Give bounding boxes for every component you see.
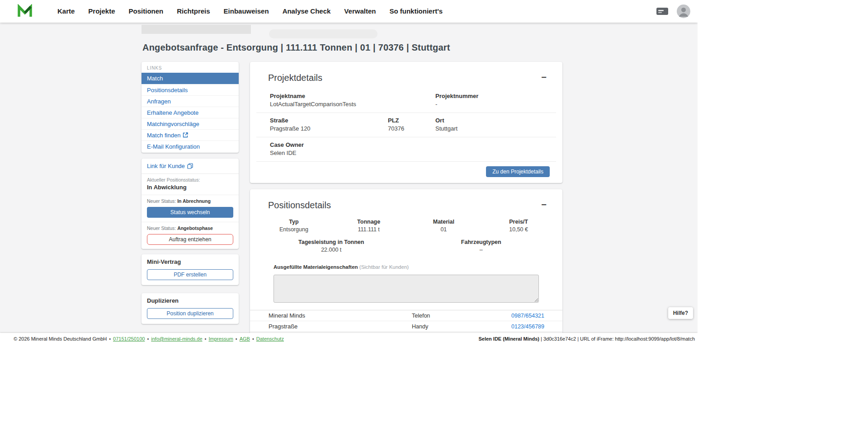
field-value: Stuttgart [435, 125, 556, 132]
material-properties-label-text: Ausgefüllte Materialeigenschaften [274, 264, 358, 270]
footer-impressum-link[interactable]: Impressum [208, 336, 233, 342]
field-label: Preis/T [481, 219, 556, 225]
position-details-card: Positionsdetails − Typ Entsorgung Tonnag… [250, 189, 562, 333]
nav-so-funktionierts[interactable]: So funktioniert's [382, 0, 449, 23]
create-pdf-button[interactable]: PDF erstellen [147, 269, 233, 280]
user-avatar[interactable] [677, 5, 690, 18]
main-column: Projektdetails − Projektname LotActualTa… [250, 62, 562, 333]
next-status-prefix: Neuer Status: [147, 225, 176, 231]
footer-iframe-info: | 3d0c316e74c2 | URL of iFrame: http://l… [539, 336, 695, 342]
project-fields: Projektname LotActualTargetComparisonTes… [256, 89, 556, 162]
field-value: Entsorgung [256, 226, 331, 233]
nav-analyse-check[interactable]: Analyse Check [276, 0, 338, 23]
copy-icon [187, 163, 193, 169]
field-label: Projektnummer [435, 93, 556, 99]
person-icon [677, 5, 690, 18]
footer-separator: • [252, 336, 254, 342]
field-value: 111.111 t [331, 226, 406, 233]
next-status-section-1: Neuer Status: In Abrechnung Status wechs… [142, 195, 239, 222]
field-plz: PLZ 70376 [388, 117, 435, 132]
field-label: Case Owner [270, 141, 435, 148]
contact-street: Pragstraße [269, 323, 412, 330]
contact-row-2: Pragstraße Handy 0123/456789 [250, 321, 562, 332]
sidebar-item-erhaltene-angebote[interactable]: Erhaltene Angebote [142, 107, 239, 118]
footer-copyright: © 2026 Mineral Minds Deutschland GmbH [14, 336, 107, 342]
sidebar-item-label: E-Mail Konfiguration [147, 143, 200, 150]
sidebar-item-positionsdetails[interactable]: Positionsdetails [142, 84, 239, 95]
sidebar: LINKS Match Positionsdetails Anfragen Er… [142, 62, 239, 333]
field-value: LotActualTargetComparisonTests [270, 101, 435, 108]
footer: © 2026 Mineral Minds Deutschland GmbH • … [0, 333, 698, 345]
position-fields: Typ Entsorgung Tonnage 111.111 t Materia… [256, 219, 556, 253]
footer-datenschutz-link[interactable]: Datenschutz [256, 336, 284, 342]
nav-verwalten[interactable]: Verwalten [337, 0, 382, 23]
main-menu: Karte Projekte Positionen Richtpreis Ein… [51, 0, 449, 23]
footer-email-link[interactable]: info@mineral-minds.de [151, 336, 202, 342]
nav-karte[interactable]: Karte [51, 0, 81, 23]
field-fahrzeugtypen: Fahrzeugtypen – [406, 239, 557, 253]
nav-projekte[interactable]: Projekte [81, 0, 122, 23]
sidebar-item-label: Matchingvorschläge [147, 121, 199, 127]
field-value: - [435, 101, 556, 108]
position-details-title: Positionsdetails [268, 200, 331, 211]
sidebar-item-anfragen[interactable]: Anfragen [142, 95, 239, 107]
help-button[interactable]: Hilfe? [668, 307, 693, 319]
field-value: 10,50 € [481, 226, 556, 233]
nav-einbauweisen[interactable]: Einbauweisen [217, 0, 276, 23]
footer-left: © 2026 Mineral Minds Deutschland GmbH • … [14, 336, 284, 342]
field-projektnummer: Projektnummer - [435, 93, 556, 108]
footer-session-info: Selen IDE (Mineral Minds) | 3d0c316e74c2… [478, 336, 695, 342]
contact-telefon-label: Telefon [412, 313, 480, 319]
mineral-minds-logo[interactable] [17, 4, 33, 19]
footer-agb-link[interactable]: AGB [240, 336, 250, 342]
footer-separator: • [205, 336, 207, 342]
status-card: Link für Kunde Aktueller Positionsstatus… [142, 159, 239, 249]
collapse-icon[interactable]: − [539, 73, 549, 82]
withdraw-order-button[interactable]: Auftrag entziehen [147, 234, 233, 245]
top-navbar: Karte Projekte Positionen Richtpreis Ein… [0, 0, 698, 23]
next-status-value: Angebotsphase [177, 225, 213, 231]
field-label: Straße [270, 117, 388, 124]
cutoff-skeleton-pill [269, 29, 377, 38]
contact-handy-link[interactable]: 0123/456789 [511, 323, 544, 330]
field-label: Tonnage [331, 219, 406, 225]
contact-company: Mineral Minds [269, 312, 412, 319]
field-label: Projektname [270, 93, 435, 99]
cutoff-skeleton-bar [142, 25, 251, 34]
links-header: LINKS [142, 62, 239, 73]
nav-richtpreis[interactable]: Richtpreis [170, 0, 217, 23]
sidebar-item-email-konfiguration[interactable]: E-Mail Konfiguration [142, 140, 239, 152]
position-row-2: Tagesleistung in Tonnen 22.000 t Fahrzeu… [256, 239, 556, 253]
footer-phone-link[interactable]: 07151/250100 [113, 336, 145, 342]
contact-telefon-link[interactable]: 0987/654321 [511, 313, 544, 319]
sidebar-item-matchingvorschlaege[interactable]: Matchingvorschläge [142, 118, 239, 129]
to-project-details-button[interactable]: Zu den Projektdetails [486, 166, 550, 177]
field-projektname: Projektname LotActualTargetComparisonTes… [270, 93, 435, 108]
sidebar-item-label: Positionsdetails [147, 87, 188, 94]
duplicate-position-button[interactable]: Position duplizieren [147, 308, 233, 319]
mini-contract-card: Mini-Vertrag PDF erstellen [142, 254, 239, 285]
sidebar-item-match[interactable]: Match [142, 73, 239, 84]
contact-row-1: Mineral Minds Telefon 0987/654321 [250, 310, 562, 321]
field-value: 70376 [388, 125, 435, 132]
next-status-prefix: Neuer Status: [147, 198, 176, 204]
sidebar-item-match-finden[interactable]: Match finden [142, 129, 239, 140]
external-link-icon [183, 132, 188, 138]
sidebar-item-label: Anfragen [147, 98, 171, 105]
field-material: Material 01 [406, 219, 481, 233]
material-properties-textarea[interactable] [274, 275, 539, 303]
project-details-header: Projektdetails − [250, 62, 562, 86]
position-row-1: Typ Entsorgung Tonnage 111.111 t Materia… [256, 219, 556, 233]
current-status-label: Aktueller Positionsstatus: [147, 177, 233, 183]
nav-positionen[interactable]: Positionen [122, 0, 170, 23]
duplicate-card: Duplizieren Position duplizieren [142, 293, 239, 324]
collapse-icon[interactable]: − [539, 200, 549, 209]
position-details-header: Positionsdetails − [250, 189, 562, 213]
field-value: Pragstraße 120 [270, 125, 388, 132]
current-status-value: In Abwicklung [147, 184, 233, 191]
contact-handy-label: Handy [412, 323, 480, 330]
server-icon[interactable] [656, 6, 669, 16]
status-change-button[interactable]: Status wechseln [147, 207, 233, 218]
customer-link[interactable]: Link für Kunde [142, 159, 239, 174]
sidebar-item-label: Match finden [147, 132, 180, 139]
